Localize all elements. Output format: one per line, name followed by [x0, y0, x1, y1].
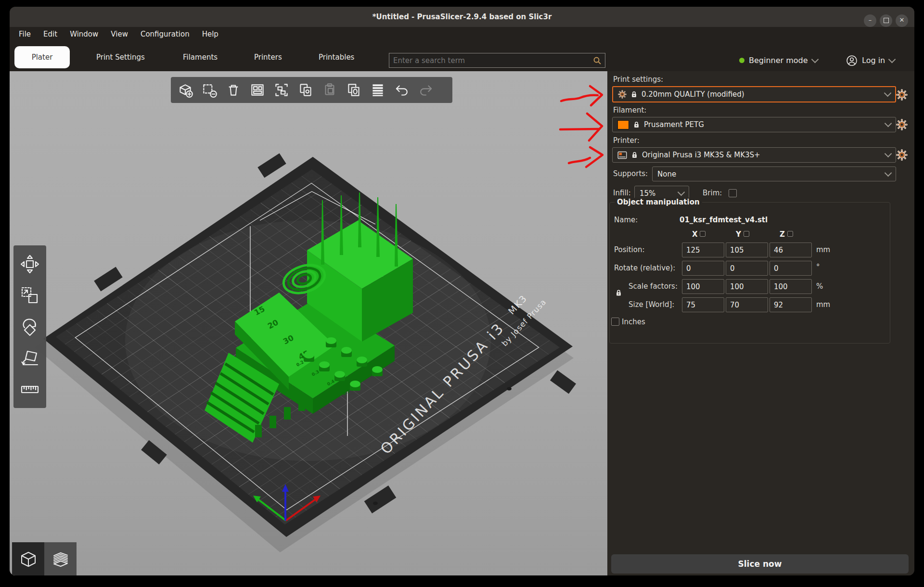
preset-gear-icon [618, 90, 627, 99]
brim-label: Brim: [703, 189, 722, 197]
filament-label: Filament: [613, 106, 646, 115]
printer-label: Printer: [613, 136, 640, 145]
arrange-icon[interactable] [247, 79, 268, 101]
annotation-arrow-print-settings [561, 86, 602, 105]
print-settings-gear-button[interactable] [896, 89, 908, 101]
filament-gear-button[interactable] [896, 119, 908, 130]
inches-checkbox[interactable] [611, 318, 619, 326]
paste-icon [319, 79, 340, 101]
layers-preview-button[interactable] [44, 542, 77, 575]
maximize-button[interactable] [880, 14, 892, 27]
cube-icon [18, 549, 39, 570]
tab-plater[interactable]: Plater [14, 46, 70, 68]
axis-x-checkbox[interactable] [700, 231, 706, 237]
sidebar: Print settings: 0.20mm QUALITY (modified… [607, 71, 914, 575]
arrange-selection-icon[interactable] [271, 79, 292, 101]
scale-x-input[interactable] [682, 279, 724, 294]
filament-dropdown[interactable]: Prusament PETG [612, 117, 896, 132]
scale-icon[interactable] [19, 285, 40, 306]
close-button[interactable]: ✕ [896, 14, 908, 27]
tab-filaments[interactable]: Filaments [183, 53, 218, 62]
tab-print-settings[interactable]: Print Settings [96, 53, 145, 62]
scale-label: Scale factors: [629, 282, 678, 291]
tab-bar: Plater Print Settings Filaments Printers… [10, 41, 914, 71]
uniform-scale-lock-icon[interactable] [615, 289, 622, 297]
undo-icon[interactable] [391, 79, 412, 101]
view-switch [12, 542, 77, 575]
axis-z-checkbox[interactable] [787, 231, 793, 237]
measure-icon[interactable] [19, 379, 40, 400]
print-settings-dropdown[interactable]: 0.20mm QUALITY (modified) [612, 86, 896, 102]
tab-printables[interactable]: Printables [319, 53, 354, 62]
scale-unit: % [816, 282, 823, 291]
rotate-y-input[interactable] [726, 261, 768, 276]
prusaslicer-app: *Untitled - PrusaSlicer-2.9.4 based on S… [0, 0, 924, 587]
annotation-arrow-filament [560, 114, 602, 140]
gear-icon [896, 119, 908, 130]
menu-help[interactable]: Help [196, 30, 225, 38]
login-label: Log in [862, 56, 885, 65]
move-icon[interactable] [19, 254, 40, 275]
3d-editor-view-button[interactable] [12, 542, 44, 575]
chevron-down-icon [811, 55, 819, 63]
search-icon[interactable] [592, 56, 602, 65]
chevron-down-icon [678, 188, 685, 196]
rotate-unit: ° [816, 263, 820, 271]
minimize-button[interactable]: – [864, 14, 876, 27]
infill-value: 15% [640, 189, 655, 198]
plater-toolbar [171, 77, 452, 103]
lock-icon [633, 121, 640, 128]
menu-window[interactable]: Window [64, 30, 104, 38]
brim-checkbox[interactable] [729, 189, 737, 197]
login-button[interactable]: Log in [846, 53, 895, 68]
3d-scene[interactable]: ORIGINAL PRUSA i3 MK3 by Josef Prusa [10, 71, 607, 575]
size-y-input[interactable] [726, 297, 768, 312]
size-x-input[interactable] [682, 297, 724, 312]
menu-view[interactable]: View [104, 30, 134, 38]
annotations [560, 86, 603, 167]
app-window: *Untitled - PrusaSlicer-2.9.4 based on S… [10, 7, 914, 575]
beginner-mode-dot-icon [739, 58, 744, 63]
size-unit: mm [816, 300, 830, 309]
chevron-down-icon [885, 120, 892, 128]
rotate-x-input[interactable] [682, 261, 724, 276]
annotation-arrow-printer [569, 147, 603, 167]
mode-selector[interactable]: Beginner mode [739, 53, 818, 68]
add-object-icon[interactable] [175, 79, 196, 101]
supports-value: None [657, 170, 676, 179]
infill-label: Infill: [613, 189, 631, 197]
rotate-icon[interactable] [19, 316, 40, 337]
size-z-input[interactable] [770, 297, 812, 312]
delete-all-icon[interactable] [223, 79, 244, 101]
set-number-of-instances-icon[interactable] [343, 79, 364, 101]
position-y-input[interactable] [726, 242, 768, 257]
position-x-input[interactable] [682, 242, 724, 257]
search-box[interactable] [389, 53, 605, 68]
axis-header-x: X [692, 230, 698, 239]
axis-header-y: Y [736, 230, 741, 239]
menu-file[interactable]: File [13, 30, 37, 38]
scale-y-input[interactable] [726, 279, 768, 294]
position-z-input[interactable] [770, 242, 812, 257]
supports-dropdown[interactable]: None [652, 166, 896, 181]
menu-edit[interactable]: Edit [37, 30, 64, 38]
place-on-face-icon[interactable] [19, 347, 40, 369]
search-input[interactable] [389, 56, 592, 65]
menu-configuration[interactable]: Configuration [134, 30, 196, 38]
rotate-z-input[interactable] [770, 261, 812, 276]
filament-color-swatch [617, 120, 629, 129]
delete-object-icon[interactable] [199, 79, 220, 101]
copy-icon[interactable] [295, 79, 316, 101]
title-bar[interactable]: *Untitled - PrusaSlicer-2.9.4 based on S… [10, 7, 914, 27]
3d-viewport[interactable]: ORIGINAL PRUSA i3 MK3 by Josef Prusa [10, 71, 607, 575]
variable-layer-height-icon[interactable] [367, 79, 388, 101]
layers-icon [50, 549, 71, 570]
axis-y-checkbox[interactable] [744, 231, 749, 237]
printer-dropdown[interactable]: Original Prusa i3 MK3S & MK3S+ [612, 147, 896, 163]
printer-gear-button[interactable] [896, 149, 908, 161]
scale-z-input[interactable] [770, 279, 812, 294]
menu-bar: File Edit Window View Configuration Help [13, 27, 225, 41]
slice-now-button[interactable]: Slice now [611, 554, 909, 574]
tab-printers[interactable]: Printers [254, 53, 282, 62]
print-settings-value: 0.20mm QUALITY (modified) [642, 90, 744, 99]
